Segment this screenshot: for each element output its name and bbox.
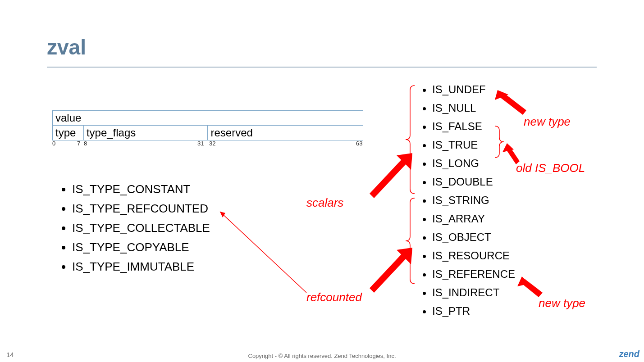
list-item: IS_PTR bbox=[432, 305, 515, 317]
struct-reserved-cell: reserved bbox=[208, 126, 363, 140]
list-item: IS_RESOURCE bbox=[432, 249, 515, 262]
scalars-label: scalars bbox=[306, 196, 343, 210]
svg-marker-5 bbox=[220, 212, 225, 217]
zend-logo: zend bbox=[619, 349, 639, 359]
bit-32: 32 bbox=[209, 140, 215, 147]
bit-7: 7 bbox=[77, 140, 80, 147]
list-item: IS_OBJECT bbox=[432, 231, 515, 244]
struct-value-cell: value bbox=[53, 111, 363, 126]
refcounted-brace-icon bbox=[406, 198, 415, 284]
bit-31: 31 bbox=[197, 140, 204, 147]
svg-marker-2 bbox=[370, 252, 408, 293]
list-item: IS_TRUE bbox=[432, 139, 515, 151]
list-item: IS_TYPE_REFCOUNTED bbox=[72, 202, 210, 216]
scalars-brace-icon bbox=[406, 86, 415, 194]
zval-struct-table: value type type_flags reserved bbox=[52, 110, 363, 140]
list-item: IS_ARRAY bbox=[432, 213, 515, 225]
new-type-2-arrow-icon bbox=[517, 276, 543, 297]
svg-marker-1 bbox=[397, 153, 412, 170]
types-list: IS_UNDEF IS_NULL IS_FALSE IS_TRUE IS_LON… bbox=[417, 83, 515, 323]
list-item: IS_UNDEF bbox=[432, 83, 515, 96]
list-item: IS_REFERENCE bbox=[432, 268, 515, 281]
slide-title: zval bbox=[47, 35, 86, 59]
list-item: IS_TYPE_COLLECTABLE bbox=[72, 221, 210, 235]
type-flags-list: IS_TYPE_CONSTANT IS_TYPE_REFCOUNTED IS_T… bbox=[59, 182, 210, 279]
list-item: IS_LONG bbox=[432, 157, 515, 170]
title-underline bbox=[47, 67, 597, 68]
svg-marker-10 bbox=[522, 279, 543, 297]
bit-0: 0 bbox=[52, 140, 55, 147]
old-is-bool-label: old IS_BOOL bbox=[516, 161, 585, 175]
bit-63: 63 bbox=[356, 140, 362, 147]
svg-line-4 bbox=[220, 212, 306, 293]
new-type-label-1: new type bbox=[524, 115, 571, 129]
list-item: IS_FALSE bbox=[432, 120, 515, 133]
copyright-footer: Copyright - © All rights reserved. Zend … bbox=[0, 353, 644, 359]
svg-marker-3 bbox=[397, 248, 412, 264]
new-type-label-2: new type bbox=[539, 296, 585, 310]
bit-8: 8 bbox=[84, 140, 87, 147]
list-item: IS_NULL bbox=[432, 102, 515, 114]
svg-marker-11 bbox=[517, 276, 530, 286]
svg-marker-0 bbox=[370, 158, 408, 198]
refcounted-arrow-icon bbox=[370, 248, 412, 293]
list-item: IS_STRING bbox=[432, 194, 515, 207]
struct-type-cell: type bbox=[53, 126, 84, 140]
scalars-arrow-icon bbox=[370, 153, 412, 198]
list-item: IS_TYPE_CONSTANT bbox=[72, 182, 210, 196]
list-item: IS_DOUBLE bbox=[432, 176, 515, 188]
list-item: IS_TYPE_COPYABLE bbox=[72, 240, 210, 254]
list-item: IS_INDIRECT bbox=[432, 286, 515, 299]
list-item: IS_TYPE_IMMUTABLE bbox=[72, 260, 210, 274]
refcounted-label: refcounted bbox=[306, 290, 362, 304]
refcounted-link-arrow-icon bbox=[220, 212, 306, 293]
struct-typeflags-cell: type_flags bbox=[83, 126, 208, 140]
